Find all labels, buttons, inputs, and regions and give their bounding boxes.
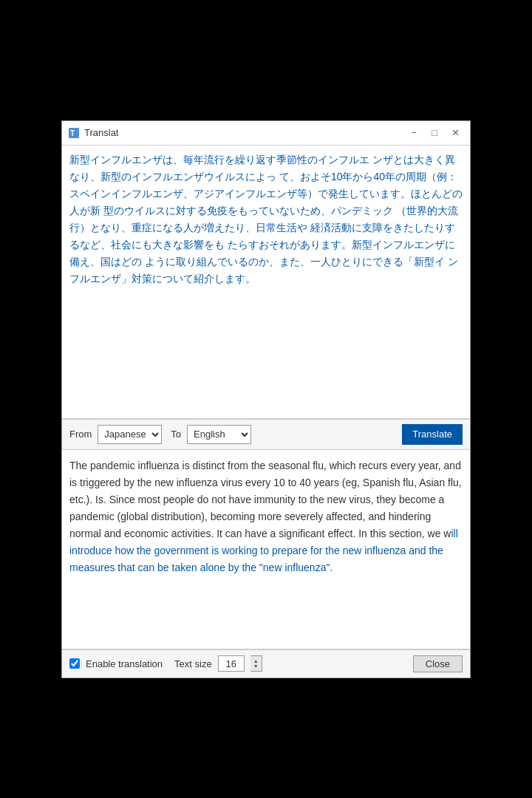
title-bar-left: T Translat (68, 127, 118, 139)
main-window: T Translat − □ ✕ 新型インフルエンザは、毎年流行を繰り返す季節性… (61, 120, 471, 678)
minimize-button[interactable]: − (405, 126, 423, 140)
controls-bar: From Japanese English Chinese Korean Fre… (62, 419, 470, 450)
from-label: From (69, 429, 92, 440)
spinner-up-icon: ▲ (253, 658, 259, 664)
title-bar-controls: − □ ✕ (405, 126, 464, 140)
textsize-spinner[interactable]: ▲ ▼ (250, 655, 262, 672)
result-span-1: The pandemic influenza is distinct from … (69, 460, 462, 539)
window-title: Translat (84, 127, 118, 138)
maximize-button[interactable]: □ (426, 126, 443, 140)
to-label: To (171, 429, 181, 440)
source-text: 新型インフルエンザは、毎年流行を繰り返す季節性のインフルエ ンザとは大きく異なり… (69, 151, 463, 288)
enable-translation-checkbox[interactable] (69, 658, 80, 669)
textsize-input[interactable]: 16 (218, 655, 245, 672)
close-button[interactable]: Close (413, 655, 463, 672)
from-language-select[interactable]: Japanese English Chinese Korean French G… (98, 425, 162, 444)
textsize-label: Text size (174, 658, 212, 669)
to-language-select[interactable]: English Japanese Chinese Korean French G… (187, 425, 251, 444)
title-bar: T Translat − □ ✕ (62, 121, 470, 146)
title-close-button[interactable]: ✕ (446, 126, 464, 140)
app-icon: T (68, 127, 80, 139)
svg-text:T: T (70, 129, 75, 137)
source-area: 新型インフルエンザは、毎年流行を繰り返す季節性のインフルエ ンザとは大きく異なり… (62, 146, 470, 419)
enable-translation-label: Enable translation (86, 658, 163, 669)
result-area: The pandemic influenza is distinct from … (62, 450, 470, 649)
translate-button[interactable]: Translate (402, 424, 463, 445)
bottom-bar: Enable translation Text size 16 ▲ ▼ Clos… (62, 649, 470, 678)
result-text: The pandemic influenza is distinct from … (69, 457, 463, 577)
spinner-down-icon: ▼ (253, 664, 259, 669)
